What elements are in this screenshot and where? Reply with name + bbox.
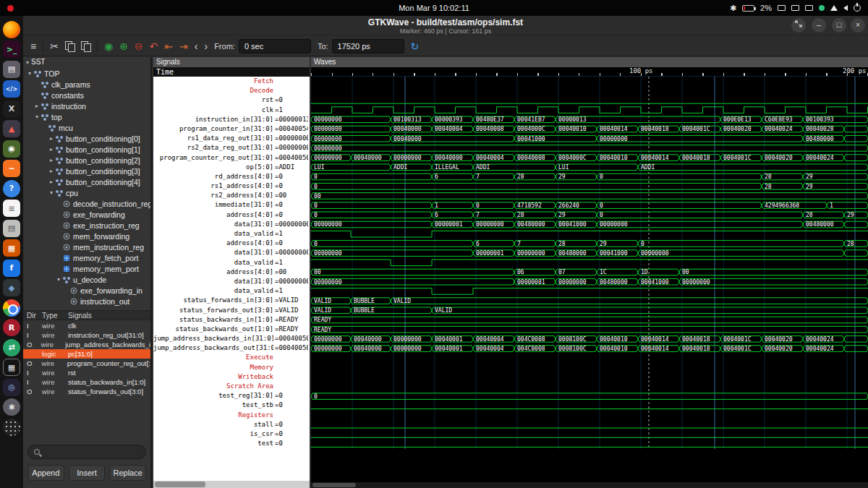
scrollbar-thumb[interactable] [155,481,205,487]
code-editor-icon[interactable]: </> [3,80,20,98]
wave-row[interactable]: 067282902829 [311,174,868,180]
wave-row[interactable]: VALIDBUBBLEVALID [311,298,868,304]
append-button[interactable]: Append [27,465,64,481]
zoom-fit-icon[interactable]: ◉ [104,41,113,51]
wave-row[interactable]: 0000000000040000000000000004000100040004… [311,336,868,343]
zoom-out-icon[interactable]: ⊖ [135,41,143,51]
tree-item-exe_forwarding[interactable]: exe_forwarding [23,209,150,220]
signal-row[interactable]: jump_address_backwards_in[31:0]=00040050 [153,334,310,343]
signal-group-label[interactable]: Execute [153,353,310,362]
files-icon[interactable]: ▤ [3,61,20,78]
expand-arrow-icon[interactable]: ▸ [48,157,55,163]
settings-icon[interactable]: ✱ [3,398,20,416]
expand-arrow-icon[interactable]: ▸ [48,179,55,185]
signal-list-item-pc310[interactable]: logicpc[31:0] [23,349,150,359]
collapse-arrow-icon[interactable]: ▾ [26,70,33,77]
signal-row[interactable]: program_counter_reg_out[31:0]=00040050 [153,153,310,163]
signal-row[interactable]: data[31:0]=00000000 [153,220,310,229]
signal-row[interactable]: test_reg[31:0]=0 [153,391,310,401]
reload-icon[interactable]: ↻ [411,41,420,51]
insert-button[interactable]: Insert [69,465,106,481]
expand-arrow-icon[interactable]: ▸ [48,168,55,174]
settings-gear-icon[interactable]: ✱ [730,4,736,12]
tree-item-instruction_out[interactable]: instruction_out [23,296,150,307]
wave-row[interactable] [311,107,868,114]
go-to-end-icon[interactable]: ⇥ [179,41,188,51]
wave-row[interactable] [311,288,868,295]
titlebar[interactable]: GTKWave - build/test/asm/ops/sim.fst Mar… [23,16,868,35]
document-icon[interactable]: ▤ [3,220,20,237]
tree-item-button_conditioning3[interactable]: ▸button_conditioning[3] [23,166,150,176]
maximize-button[interactable]: □ [832,18,846,33]
wave-row[interactable]: READY [311,317,868,323]
wave-row[interactable]: 00000000 [311,145,868,152]
signal-list-item-instruction_reg_out310[interactable]: Iwireinstruction_reg_out[31:0] [23,330,150,340]
signal-list-item-rst[interactable]: Iwirerst [23,368,150,377]
wave-area[interactable]: 00000000001003130000039300480E3700041EB7… [311,77,868,482]
fox-app-icon[interactable]: ~ [3,160,20,177]
signal-group-label[interactable]: Scratch Area [153,382,310,391]
signal-row[interactable]: data_valid=1 [153,258,310,267]
tree-item-memory_mem_port[interactable]: memory_mem_port [23,263,150,274]
column-type[interactable]: Type [42,312,68,320]
wave-row[interactable]: VALIDBUBBLEVALID [311,307,868,314]
signal-row[interactable]: test=0 [153,439,310,448]
signal-row[interactable]: rs1_address[4:0]=0 [153,181,310,191]
signal-row[interactable]: address[4:0]=0 [153,239,310,248]
signal-row[interactable]: stall=0 [153,420,310,429]
tree-item-button_conditioning0[interactable]: ▸button_conditioning[0] [23,133,150,144]
signal-row[interactable]: clk=1 [153,106,310,115]
expand-arrow-icon[interactable]: ▸ [33,103,41,109]
signal-row[interactable]: rs2_data_reg_out[31:0]=00000000 [153,143,310,153]
tree-item-mcu[interactable]: mcu [23,122,150,133]
signal-group-label[interactable]: Decode [153,86,310,95]
tree-item-instruction[interactable]: ▸instruction [23,100,150,111]
tree-item-cpu[interactable]: ▾cpu [23,187,150,198]
power-icon[interactable] [854,4,861,12]
waveform-canvas[interactable]: 00000000001003130000039300480E3700041EB7… [311,77,868,449]
wave-row[interactable]: 0000000000040000000000000004000100040004… [311,346,868,352]
display-icon[interactable] [791,5,799,11]
signal-row[interactable]: instruction_in[31:0]=00000013 [153,115,310,124]
signal-row[interactable]: program_counter_in[31:0]=00040054 [153,124,310,134]
signal-row[interactable]: data_valid=1 [153,229,310,239]
signal-list-item-status_backwards_in10[interactable]: Iwirestatus_backwards_in[1:0] [23,377,150,387]
signal-list-item-status_forwards_out30[interactable]: Owirestatus_forwards_out[3:0] [23,387,150,396]
replace-button[interactable]: Replace [109,465,146,481]
tree-item-u_decode[interactable]: ▾u_decode [23,274,150,285]
menu-icon[interactable]: ≡ [30,41,36,51]
wave-row[interactable]: 02829 [311,183,868,189]
signal-row[interactable]: is_csr=0 [153,429,310,439]
signal-row[interactable]: status_backwards_out[1:0]=READY [153,325,310,334]
wifi-icon[interactable] [830,5,838,11]
signal-list-item-clk[interactable]: Iwireclk [23,321,150,330]
show-apps-icon[interactable] [3,419,20,436]
signal-row[interactable]: immediate[31:0]=0 [153,200,310,210]
firefox-icon[interactable] [3,21,20,38]
keyboard-icon[interactable] [778,5,786,11]
signal-row[interactable]: address[4:0]=00 [153,267,310,277]
r-app-icon[interactable]: R [3,319,20,336]
signals-horizontal-scrollbar[interactable] [153,481,310,488]
previous-edge-icon[interactable]: ‹ [195,41,198,51]
wave-row[interactable] [311,231,868,237]
wave-row[interactable]: READY [311,326,868,333]
tree-item-decode_instruction_reg[interactable]: decode_instruction_reg [23,198,150,209]
from-input[interactable]: 0 sec [239,39,311,53]
text-editor-icon[interactable]: ≡ [3,200,20,217]
expand-arrow-icon[interactable]: ▸ [48,135,55,142]
wave-row[interactable]: 0000000000000001000000000048000000041000… [311,278,868,285]
tree-item-mem_forwarding[interactable]: mem_forwarding [23,231,150,241]
next-edge-icon[interactable]: › [204,41,208,51]
zoom-in-icon[interactable]: ⊕ [119,41,128,51]
minimize-button[interactable]: – [812,18,826,33]
screenshot-tool-icon[interactable]: ▦ [3,359,20,376]
image-viewer-icon[interactable]: ◉ [3,140,20,158]
signal-group-label[interactable]: Fetch [153,77,310,86]
signal-row[interactable]: rs2_address[4:0]=00 [153,191,310,200]
facebook-icon[interactable]: f [3,260,20,277]
wave-row[interactable]: 0000000000040000000410000000000000480000 [311,135,868,142]
chrome-icon[interactable] [3,299,20,317]
cut-icon[interactable]: ✂ [50,41,59,51]
go-to-start-icon[interactable]: ⇤ [164,41,173,51]
